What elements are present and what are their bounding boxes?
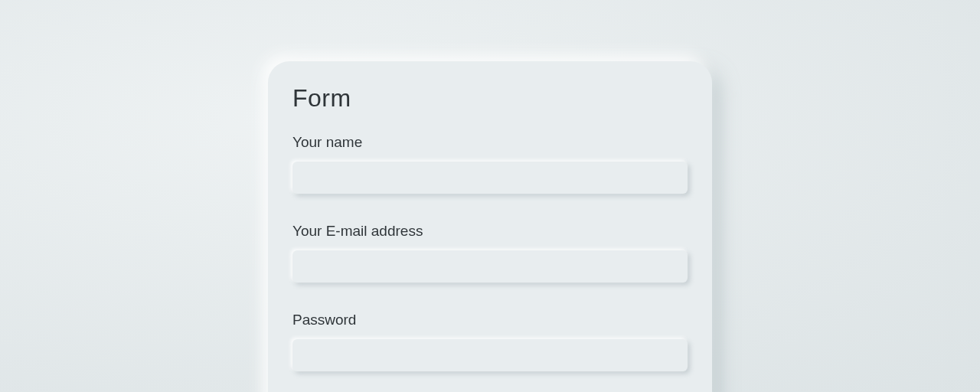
password-input[interactable] <box>292 339 688 371</box>
email-field-group: Your E-mail address <box>292 223 688 283</box>
form-title: Form <box>292 84 688 113</box>
password-field-group: Password <box>292 312 688 371</box>
password-label: Password <box>292 312 688 328</box>
email-label: Your E-mail address <box>292 223 688 240</box>
email-input[interactable] <box>292 250 688 283</box>
name-label: Your name <box>292 134 688 151</box>
name-input[interactable] <box>292 162 688 194</box>
name-field-group: Your name <box>292 134 688 194</box>
form-card: Form Your name Your E-mail address Passw… <box>268 61 712 392</box>
